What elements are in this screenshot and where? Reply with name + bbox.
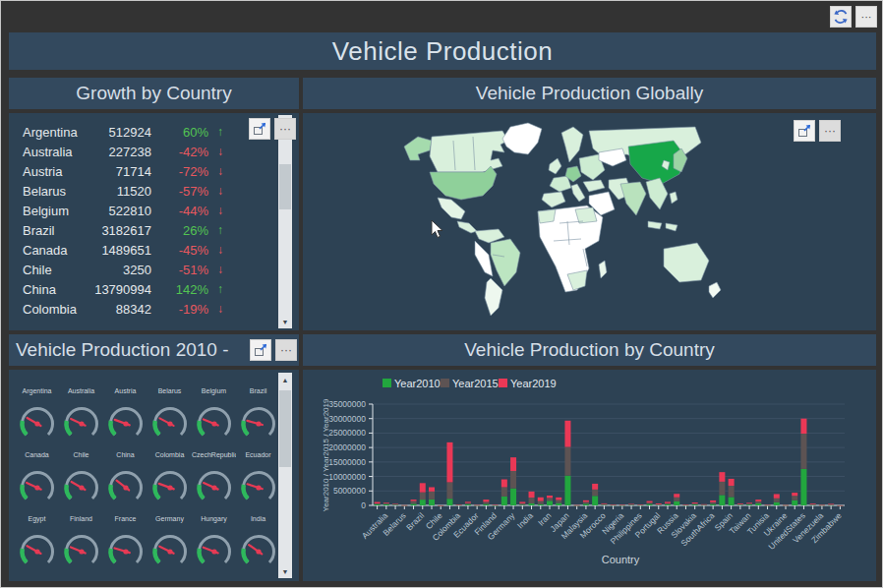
bar-segment-year2010 — [810, 505, 816, 506]
svg-text:25000000: 25000000 — [328, 428, 366, 438]
gauge-label: China — [103, 451, 147, 461]
scroll-up-icon: ▲ — [282, 377, 289, 383]
table-row[interactable]: Belgium522810-44%↓ — [9, 202, 274, 221]
bar-segment-year2010 — [828, 505, 834, 506]
table-row[interactable]: Argentina51292460%↑ — [9, 123, 274, 143]
gauge-chart — [16, 528, 59, 575]
gauge-chart — [60, 400, 103, 447]
bar-segment-year2015 — [538, 501, 544, 504]
bar-segment-year2019 — [682, 504, 688, 505]
value-cell: 3250 — [123, 263, 151, 277]
bar-segment-year2015 — [792, 496, 797, 500]
bar-segment-year2015 — [611, 505, 617, 506]
bar-segment-year2019 — [665, 501, 671, 502]
gauge-chart — [104, 400, 147, 447]
gauge-chart — [148, 464, 192, 511]
value-cell: 88342 — [116, 302, 151, 317]
svg-text:20000000: 20000000 — [328, 442, 366, 452]
table-row[interactable]: China13790994142%↑ — [9, 280, 274, 300]
ellipsis-icon: ··· — [861, 11, 872, 23]
gauges-scrollbar[interactable]: ▲ ▼ — [278, 373, 292, 578]
table-row[interactable]: Colombia88342-19%↓ — [9, 300, 274, 320]
gauges-expand-button[interactable] — [250, 339, 271, 361]
growth-scrollbar-thumb[interactable] — [279, 164, 291, 209]
bar-segment-year2010 — [446, 499, 452, 505]
value-cell: 13790994 — [94, 282, 151, 297]
map-panel-title: Vehicle Production Globally — [303, 78, 876, 109]
country-cell: Austria — [23, 164, 62, 179]
gauge-label: Brazil — [236, 387, 280, 397]
map-region-turkey — [583, 180, 605, 192]
gauge-grid: ArgentinaAustraliaAustriaBelarusBelgiumB… — [15, 387, 280, 579]
growth-more-button[interactable]: ··· — [274, 118, 296, 140]
map-region-central-america — [457, 221, 477, 233]
chart-panel-title: Vehicle Production by Country — [303, 334, 876, 366]
bar-segment-year2015 — [692, 503, 698, 504]
gauge-cell: Chile — [59, 451, 103, 515]
table-row[interactable]: Brazil318261726%↑ — [9, 221, 274, 241]
bar-segment-year2015 — [755, 501, 761, 503]
country-cell: China — [23, 282, 56, 297]
growth-expand-button[interactable] — [249, 118, 270, 140]
bar-segment-year2010 — [665, 504, 671, 505]
down-arrow-icon: ↓ — [217, 164, 223, 178]
gauges-scroll-down-arrow[interactable]: ▼ — [278, 564, 292, 578]
bar-segment-year2019 — [783, 505, 789, 506]
country-cell: Australia — [23, 145, 73, 159]
value-cell: 11520 — [117, 184, 151, 199]
gauges-scrollbar-thumb[interactable] — [279, 390, 291, 467]
table-row[interactable]: Chile3250-51%↓ — [9, 261, 274, 280]
map-region-scandinavia — [561, 127, 583, 162]
bar-segment-year2019 — [765, 505, 771, 506]
bar-segment-year2019 — [501, 480, 507, 488]
gauges-scroll-up-arrow[interactable]: ▲ — [278, 373, 292, 386]
value-cell: 3182617 — [101, 223, 151, 238]
bar-segment-year2015 — [556, 500, 561, 503]
bar-segment-year2019 — [474, 505, 480, 506]
svg-text:0: 0 — [361, 500, 366, 510]
bar-segment-year2019 — [611, 504, 617, 505]
bar-segment-year2019 — [774, 494, 780, 498]
svg-text:10000000: 10000000 — [328, 472, 366, 482]
map-expand-button[interactable] — [794, 120, 815, 142]
gauges-more-button[interactable]: ··· — [275, 339, 297, 361]
bar-segment-year2015 — [828, 504, 834, 505]
bar-segment-year2019 — [556, 498, 561, 500]
map-region-alaska — [404, 137, 432, 160]
svg-text:15000000: 15000000 — [328, 457, 366, 467]
gauge-label: Belarus — [147, 387, 192, 397]
gauge-cell: Belarus — [147, 387, 192, 451]
bar-segment-year2010 — [556, 503, 561, 505]
gauge-label: Canada — [15, 451, 59, 461]
bar-segment-year2015 — [547, 498, 553, 500]
bar-segment-year2019 — [547, 496, 553, 498]
bar-segment-year2010 — [519, 504, 525, 505]
window-more-button[interactable]: ··· — [855, 6, 877, 28]
map-region-indonesia-west — [648, 221, 662, 229]
bar-segment-year2010 — [792, 500, 797, 505]
table-row[interactable]: Australia227238-42%↓ — [9, 143, 274, 162]
gauges-panel-title-text: Vehicle Production 2010 - — [16, 339, 229, 361]
down-arrow-icon: ↓ — [217, 204, 223, 217]
bar-segment-year2019 — [792, 493, 797, 496]
growth-scrollbar[interactable]: ▼ — [278, 115, 292, 328]
bar-segment-year2019 — [710, 500, 716, 502]
growth-scroll-down-arrow[interactable]: ▼ — [278, 315, 292, 328]
scroll-down-icon: ▼ — [282, 568, 289, 575]
table-row[interactable]: Austria71714-72%↓ — [9, 162, 274, 182]
bar-segment-year2010 — [656, 505, 662, 506]
bar-segment-year2015 — [383, 503, 389, 504]
table-row[interactable]: Belarus11520-57%↓ — [9, 182, 274, 202]
bar-segment-year2010 — [383, 504, 389, 505]
bar-segment-year2019 — [401, 505, 407, 506]
gauge-label: Austria — [103, 387, 147, 397]
dashboard-window: ··· Vehicle Production Growth by Country… — [0, 0, 883, 588]
map-region-new-zealand — [709, 282, 721, 298]
refresh-button[interactable] — [830, 6, 852, 28]
legend-label: Year2019 — [510, 378, 557, 389]
bar-segment-year2019 — [375, 502, 381, 504]
map-panel-title-text: Vehicle Production Globally — [476, 83, 703, 104]
table-row[interactable]: Canada1489651-45%↓ — [9, 241, 274, 261]
map-more-button[interactable]: ··· — [819, 120, 841, 142]
bar-segment-year2019 — [619, 505, 625, 506]
